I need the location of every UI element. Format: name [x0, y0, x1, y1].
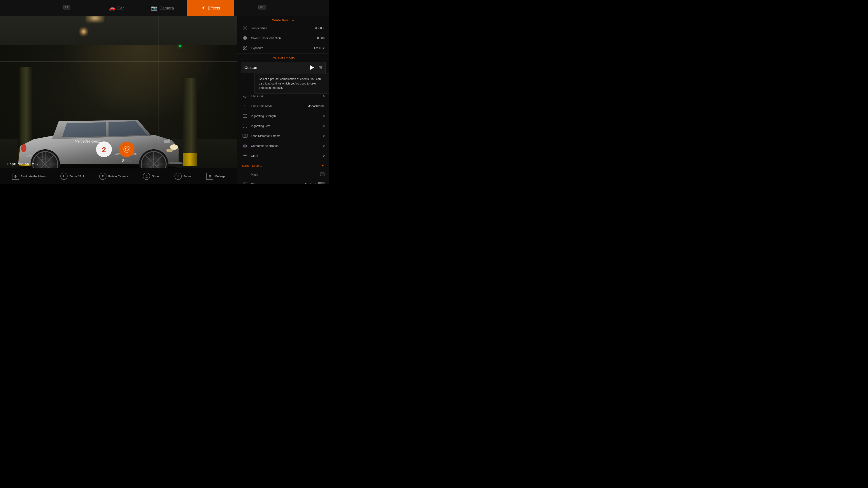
colour-cast-value: 0.000 — [317, 36, 324, 40]
preset-grid-icon: ⊞ — [319, 65, 322, 70]
tab-effects[interactable]: ☀ Effects — [187, 0, 234, 16]
svg-point-53 — [245, 97, 246, 98]
lens-distortion-value: 0 — [323, 134, 324, 138]
film-grain-mode-value: Monochrome — [307, 104, 324, 108]
chromatic-aberration-row[interactable]: Chromatic Aberration 0 — [237, 141, 329, 151]
mask-label: Mask — [251, 173, 320, 176]
shoot-control: △ Shoot — [143, 173, 160, 180]
svg-point-55 — [244, 105, 244, 105]
svg-text:BRIDGESTONE: BRIDGESTONE — [41, 152, 43, 166]
svg-line-76 — [246, 157, 247, 157]
screen-effect-label: Screen Effect 1 — [242, 164, 321, 167]
svg-point-70 — [244, 155, 246, 156]
svg-text:Mobil: Mobil — [154, 164, 159, 167]
effects-icon: ☀ — [201, 5, 206, 11]
svg-line-34 — [246, 29, 247, 30]
white-balance-section: White Balance — [237, 16, 329, 23]
tab-camera-label: Camera — [159, 6, 174, 11]
svg-point-50 — [244, 96, 245, 96]
l1-trigger[interactable]: L1 — [63, 5, 70, 9]
tab-car-label: Car — [117, 6, 124, 11]
preset-dropdown[interactable]: Custom ⊞ Select a pre-set combination of… — [241, 62, 326, 73]
svg-point-60 — [246, 106, 246, 106]
colour-cast-row[interactable]: Colour Cast Correction 0.000 — [237, 33, 329, 43]
svg-text:2: 2 — [102, 146, 106, 154]
vignetting-size-icon — [242, 123, 248, 129]
lens-distortion-icon — [242, 133, 248, 139]
film-grain-mode-row[interactable]: Film Grain Mode Monochrome — [237, 101, 329, 111]
film-grain-mode-label: Film Grain Mode — [251, 104, 307, 108]
svg-point-61 — [244, 107, 244, 107]
temperature-row[interactable]: Temperature 6500 K — [237, 23, 329, 33]
svg-line-36 — [246, 27, 247, 27]
svg-line-35 — [244, 29, 244, 30]
svg-rect-84 — [243, 183, 245, 184]
r1-trigger[interactable]: R1 — [258, 5, 266, 9]
preset-selected-label: Custom — [244, 65, 319, 70]
svg-point-52 — [244, 97, 245, 98]
shoot-circle-icon — [119, 142, 134, 157]
svg-point-54 — [246, 97, 247, 97]
tab-car[interactable]: 🚗 Car — [95, 0, 137, 16]
film-grain-value: 0 — [323, 94, 324, 98]
colour-cast-label: Colour Cast Correction — [251, 36, 317, 40]
svg-point-47 — [245, 94, 245, 95]
glare-row[interactable]: Glare 0 — [237, 151, 329, 161]
game-viewport: 2 Mercedes-Benz Mercedes-Benz AMG BRIDGE… — [0, 0, 237, 184]
temperature-label: Temperature — [251, 26, 315, 30]
panel-content: White Balance Temperature 6500 K — [237, 16, 329, 184]
svg-rect-65 — [243, 134, 245, 137]
filter-label: Filter — [251, 183, 298, 185]
lens-distortion-row[interactable]: Lens Distortion Effects 0 — [237, 131, 329, 141]
svg-rect-79 — [243, 173, 247, 176]
film-grain-icon — [242, 93, 248, 99]
mask-row[interactable]: Mask — [237, 169, 329, 180]
tab-camera[interactable]: 📷 Camera — [137, 0, 187, 16]
svg-point-62 — [245, 107, 246, 107]
glare-value: 0 — [323, 154, 324, 158]
svg-point-63 — [246, 107, 247, 107]
svg-point-58 — [243, 106, 244, 106]
dpad-icon: ✛ — [12, 173, 19, 180]
vignetting-size-label: Vignetting Size — [251, 124, 323, 128]
rotate-label: Rotate Camera — [108, 175, 128, 178]
screen-effect-header[interactable]: Screen Effect 1 ▼ — [237, 162, 329, 169]
filter-row[interactable]: Filter Low Contrast — [237, 180, 329, 184]
lens-distortion-label: Lens Distortion Effects — [251, 134, 323, 138]
svg-rect-66 — [245, 134, 247, 137]
bottom-control-bar: ✛ Navigate the Menu L Zoom / Roll R Rota… — [0, 168, 237, 184]
focus-control: □ Focus — [175, 173, 191, 180]
vignetting-strength-value: 0 — [323, 114, 324, 118]
vignetting-strength-label: Vignetting Strength — [251, 114, 323, 118]
tooltip-text: Select a pre-set combination of effects.… — [259, 77, 321, 90]
tab-effects-label: Effects — [208, 6, 220, 11]
svg-point-51 — [246, 96, 246, 96]
captured-text: Captured on PS5 — [7, 162, 38, 166]
zoom-control: L Zoom / Roll — [60, 173, 84, 180]
car-icon: 🚗 — [109, 5, 115, 11]
shoot-label: Shoot — [122, 159, 131, 163]
rotate-control: R Rotate Camera — [99, 173, 128, 180]
svg-point-48 — [246, 95, 247, 96]
traffic-light — [179, 45, 181, 47]
vignetting-size-row[interactable]: Vignetting Size 0 — [237, 121, 329, 131]
exposure-row[interactable]: Exposure EV +0.2 — [237, 43, 329, 53]
mask-value — [320, 172, 324, 177]
preset-effects-section: Pre-Set Effects — [237, 54, 329, 61]
svg-point-68 — [244, 145, 246, 147]
svg-point-57 — [246, 105, 246, 105]
square-icon: □ — [175, 173, 182, 180]
svg-line-78 — [246, 154, 247, 155]
preset-tooltip: Select a pre-set combination of effects.… — [254, 73, 329, 94]
exposure-value: EV +0.2 — [314, 46, 324, 50]
filter-value-text: Low Contrast — [298, 183, 316, 185]
r-button-icon: R — [99, 173, 106, 180]
svg-point-49 — [243, 96, 244, 97]
vignetting-strength-row[interactable]: Vignetting Strength 0 — [237, 111, 329, 121]
top-navigation: L1 🚗 Car 📷 Camera ☀ Effects R1 — [0, 0, 329, 16]
svg-line-33 — [244, 27, 244, 27]
grid-icon: ⊞ — [206, 173, 213, 180]
svg-point-28 — [244, 27, 246, 29]
shoot-button[interactable]: Shoot — [119, 142, 134, 163]
exposure-icon — [242, 45, 248, 51]
